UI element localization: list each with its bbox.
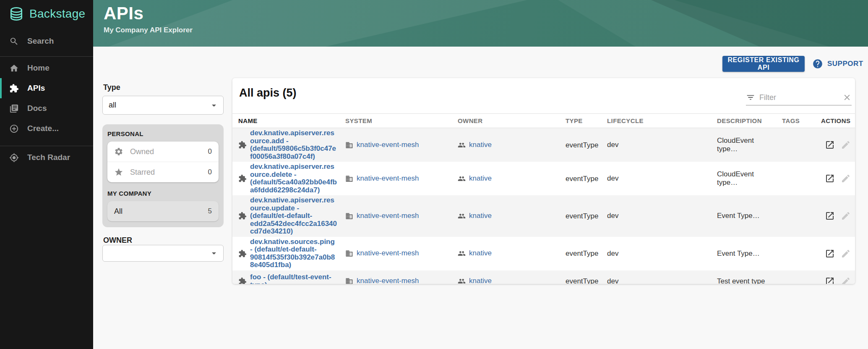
tags-cell xyxy=(776,270,815,284)
sidebar-item-techradar[interactable]: Tech Radar xyxy=(0,147,93,168)
edit-icon[interactable] xyxy=(841,276,851,284)
system-link[interactable]: knative-event-mesh xyxy=(357,175,419,183)
type-filter-select[interactable]: all xyxy=(102,96,224,115)
edit-icon[interactable] xyxy=(841,140,851,150)
owner-link[interactable]: knative xyxy=(469,249,492,257)
sidebar-item-apis[interactable]: APIs xyxy=(0,78,93,98)
group-icon xyxy=(458,175,466,183)
table-body: dev.knative.apiserver.resource.add - (de… xyxy=(232,128,855,284)
sidebar-item-label: Home xyxy=(27,63,50,73)
sidebar-item-label: Docs xyxy=(27,104,47,113)
backstage-logo[interactable]: Backstage xyxy=(8,6,85,22)
domain-icon xyxy=(345,277,353,284)
page-header: APIs My Company API Explorer xyxy=(93,0,868,47)
system-link[interactable]: knative-event-mesh xyxy=(357,141,419,149)
domain-icon xyxy=(345,175,353,183)
edit-icon[interactable] xyxy=(841,249,851,259)
type-filter-value: all xyxy=(109,101,116,110)
open-in-new-icon[interactable] xyxy=(825,211,835,221)
sidebar-divider xyxy=(0,56,93,57)
system-link[interactable]: knative-event-mesh xyxy=(357,249,419,257)
column-header-type[interactable]: TYPE xyxy=(560,114,601,128)
page-title: APIs xyxy=(104,3,143,24)
table-row: dev.knative.apiserver.resource.update - … xyxy=(232,195,855,237)
system-link[interactable]: knative-event-mesh xyxy=(357,212,419,220)
group-icon xyxy=(458,212,466,220)
tags-cell xyxy=(776,162,815,195)
open-in-new-icon[interactable] xyxy=(825,173,835,184)
owner-link[interactable]: knative xyxy=(469,212,492,220)
table-row: foo - (default/test-event-type) knative-… xyxy=(232,270,855,284)
type-filter-label: Type xyxy=(103,83,120,92)
edit-icon[interactable] xyxy=(841,211,851,221)
column-header-tags[interactable]: TAGS xyxy=(776,114,815,128)
filter-item-count: 0 xyxy=(208,147,212,156)
domain-icon xyxy=(345,249,353,257)
puzzle-icon xyxy=(238,212,247,220)
page-subtitle: My Company API Explorer xyxy=(104,26,193,34)
column-header-name[interactable]: NAME xyxy=(232,114,339,128)
api-name-link[interactable]: dev.knative.apiserver.resource.add - (de… xyxy=(250,129,337,160)
owner-link[interactable]: knative xyxy=(469,277,492,284)
filter-item-owned[interactable]: Owned 0 xyxy=(107,142,219,162)
radar-icon xyxy=(9,153,19,163)
filter-item-all[interactable]: All 5 xyxy=(107,201,219,221)
app-root: Backstage Search HomeAPIsDocsCreate...Te… xyxy=(0,0,868,349)
settings-icon xyxy=(114,147,123,156)
open-in-new-icon[interactable] xyxy=(825,276,835,284)
register-existing-api-button[interactable]: REGISTER EXISTING API xyxy=(722,56,805,72)
type-cell: eventType xyxy=(560,128,601,162)
personal-section-label: PERSONAL xyxy=(107,130,219,137)
group-icon xyxy=(458,141,466,149)
api-name-link[interactable]: foo - (default/test-event-type) xyxy=(250,273,337,284)
owner-filter-select[interactable] xyxy=(102,245,224,262)
table-filter-field xyxy=(746,90,852,105)
description-cell: Event Type… xyxy=(711,237,776,270)
sidebar-item-label: Search xyxy=(27,37,54,46)
open-in-new-icon[interactable] xyxy=(825,249,835,259)
filter-item-starred[interactable]: Starred 0 xyxy=(107,162,219,182)
api-name-link[interactable]: dev.knative.apiserver.resource.delete - … xyxy=(250,163,337,194)
column-header-owner[interactable]: OWNER xyxy=(452,114,560,128)
column-header-description[interactable]: DESCRIPTION xyxy=(711,114,776,128)
type-cell: eventType xyxy=(560,195,601,237)
lifecycle-cell: dev xyxy=(601,195,711,237)
docs-icon xyxy=(9,104,19,113)
group-icon xyxy=(458,277,466,284)
puzzle-icon xyxy=(238,277,247,284)
chevron-down-icon xyxy=(209,248,219,258)
sidebar-item-label: Tech Radar xyxy=(27,153,70,162)
filter-item-count: 0 xyxy=(208,168,212,176)
filter-item-label: All xyxy=(114,207,208,216)
table-header-row: NAMESYSTEMOWNERTYPELIFECYCLEDESCRIPTIONT… xyxy=(232,114,855,128)
help-icon xyxy=(812,58,823,69)
clear-filter-icon[interactable] xyxy=(842,93,852,102)
system-link[interactable]: knative-event-mesh xyxy=(357,277,419,284)
api-name-link[interactable]: dev.knative.sources.ping - (default/et-d… xyxy=(250,238,337,269)
type-cell: eventType xyxy=(560,237,601,270)
group-icon xyxy=(458,249,466,257)
table-row: dev.knative.apiserver.resource.add - (de… xyxy=(232,128,855,162)
column-header-lifecycle[interactable]: LIFECYCLE xyxy=(601,114,711,128)
owner-filter-label: OWNER xyxy=(103,236,132,245)
api-name-link[interactable]: dev.knative.apiserver.resource.update - … xyxy=(250,197,337,236)
table-filter-input[interactable] xyxy=(759,93,839,102)
filter-item-count: 5 xyxy=(208,207,212,215)
edit-icon[interactable] xyxy=(841,173,851,184)
puzzle-icon xyxy=(9,84,19,93)
sidebar-item-create[interactable]: Create... xyxy=(0,118,93,139)
domain-icon xyxy=(345,212,353,220)
puzzle-icon xyxy=(238,174,247,183)
table-row: dev.knative.apiserver.resource.delete - … xyxy=(232,162,855,195)
puzzle-icon xyxy=(238,249,247,258)
sidebar-item-search[interactable]: Search xyxy=(0,31,93,51)
support-button[interactable]: SUPPORT xyxy=(810,58,866,70)
owner-link[interactable]: knative xyxy=(469,175,492,183)
sidebar-divider xyxy=(0,146,93,146)
owner-link[interactable]: knative xyxy=(469,141,492,149)
open-in-new-icon[interactable] xyxy=(825,140,835,150)
column-header-system[interactable]: SYSTEM xyxy=(339,114,452,128)
sidebar-item-home[interactable]: Home xyxy=(0,58,93,78)
sidebar-item-docs[interactable]: Docs xyxy=(0,98,93,118)
description-cell: Test event type xyxy=(711,270,776,284)
